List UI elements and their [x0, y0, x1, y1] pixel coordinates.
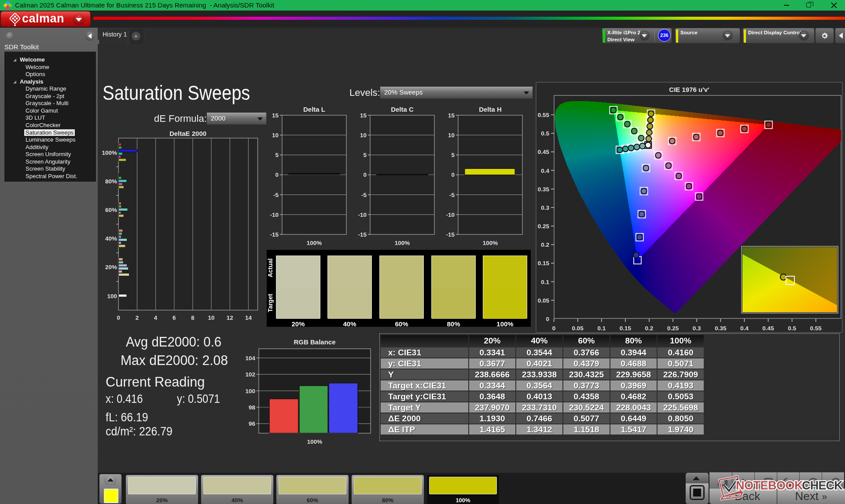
svg-text:6: 6	[173, 314, 176, 321]
svg-text:10: 10	[272, 132, 279, 139]
svg-text:80%: 80%	[105, 178, 117, 185]
svg-text:Delta C: Delta C	[391, 106, 414, 113]
svg-text:10: 10	[208, 314, 215, 321]
svg-text:15: 15	[272, 112, 279, 119]
svg-text:100%: 100%	[307, 438, 323, 445]
svg-text:100%: 100%	[483, 240, 498, 246]
svg-text:100: 100	[107, 293, 117, 299]
svg-text:0: 0	[451, 172, 455, 178]
svg-text:5: 5	[275, 152, 279, 158]
svg-text:4: 4	[154, 314, 158, 321]
svg-text:0: 0	[275, 172, 279, 178]
svg-text:5: 5	[363, 152, 367, 158]
svg-text:10: 10	[448, 132, 455, 139]
svg-text:-15: -15	[358, 231, 367, 238]
svg-text:2: 2	[136, 314, 139, 321]
svg-text:12: 12	[227, 314, 233, 321]
svg-text:100%: 100%	[395, 240, 410, 246]
svg-text:15: 15	[448, 112, 455, 119]
svg-text:102: 102	[245, 371, 255, 378]
svg-text:100%: 100%	[102, 150, 117, 156]
svg-text:96: 96	[249, 420, 256, 427]
svg-text:60%: 60%	[105, 207, 117, 213]
svg-text:-15: -15	[446, 231, 455, 238]
svg-text:-5: -5	[449, 192, 455, 198]
svg-text:-5: -5	[273, 192, 279, 198]
svg-text:Delta H: Delta H	[479, 106, 502, 113]
svg-text:-10: -10	[358, 212, 367, 218]
svg-text:0: 0	[363, 172, 367, 178]
svg-text:14: 14	[245, 314, 252, 321]
svg-text:DeltaE 2000: DeltaE 2000	[169, 130, 206, 137]
svg-text:-10: -10	[446, 212, 455, 218]
svg-text:0: 0	[117, 314, 121, 321]
svg-text:RGB Balance: RGB Balance	[294, 338, 335, 346]
svg-text:5: 5	[451, 152, 455, 158]
svg-text:NOTEBOOK: NOTEBOOK	[736, 479, 803, 492]
svg-text:-15: -15	[270, 231, 279, 238]
svg-text:20%: 20%	[105, 264, 117, 270]
svg-text:100%: 100%	[307, 240, 322, 246]
svg-text:98: 98	[249, 404, 256, 411]
svg-text:100: 100	[245, 388, 255, 394]
svg-text:10: 10	[360, 132, 367, 139]
svg-text:8: 8	[191, 314, 195, 321]
svg-text:CHECK: CHECK	[802, 479, 843, 492]
svg-text:104: 104	[245, 355, 255, 362]
svg-text:Delta L: Delta L	[303, 106, 325, 113]
svg-text:40%: 40%	[105, 235, 117, 242]
svg-text:-5: -5	[361, 192, 367, 198]
svg-text:15: 15	[360, 112, 367, 119]
svg-text:-10: -10	[270, 212, 279, 218]
